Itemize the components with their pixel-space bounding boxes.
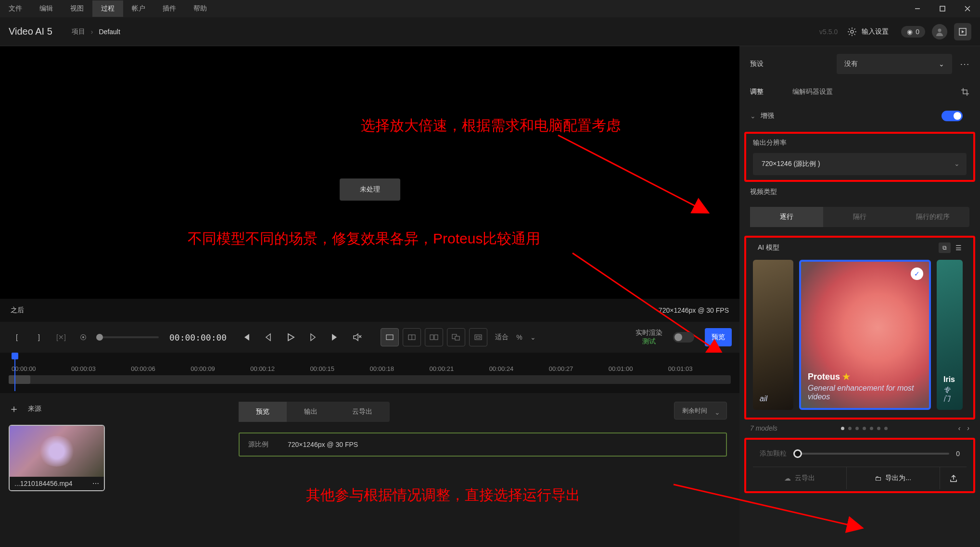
tab-output[interactable]: 输出 — [287, 402, 335, 422]
input-settings-button[interactable]: 输入设置 — [862, 27, 889, 36]
step-forward-button[interactable] — [304, 328, 322, 346]
grain-label: 添加颗粒 — [760, 449, 787, 458]
star-icon: ★ — [842, 372, 850, 382]
menu-edit[interactable]: 编辑 — [31, 0, 62, 17]
realtime-label: 实时渲染 — [636, 329, 662, 337]
list-icon[interactable]: ☰ — [955, 244, 962, 252]
svg-point-5 — [938, 28, 942, 32]
realtime-block: 实时渲染 测试 — [636, 329, 662, 346]
playhead[interactable] — [12, 353, 18, 359]
realtime-test[interactable]: 测试 — [636, 337, 662, 346]
avatar[interactable] — [932, 24, 947, 39]
menu-process[interactable]: 过程 — [92, 0, 123, 17]
output-row[interactable]: 源比例 720×1246px @ 30 FPS — [239, 433, 727, 457]
output-res-value: 720×1246 (源比例 ) — [762, 160, 820, 167]
breadcrumb-project[interactable]: 项目 — [72, 27, 85, 36]
svg-rect-1 — [940, 6, 945, 11]
ai-model-box: AI 模型 ⧉ ☰ ail ✓ Proteus ★ General enhanc… — [744, 236, 975, 420]
export-as-button[interactable]: 🗀 导出为... — [846, 467, 940, 489]
view-single-button[interactable] — [381, 328, 399, 346]
carousel-prev-button[interactable]: ‹ — [958, 424, 961, 432]
model-carousel[interactable]: ail ✓ Proteus ★ General enhancement for … — [753, 253, 967, 413]
tab-codec[interactable]: 编解码器设置 — [792, 82, 833, 102]
zoom-icon[interactable]: ⦿ — [74, 328, 92, 346]
window-close-button[interactable] — [955, 0, 980, 17]
crop-icon[interactable] — [961, 82, 969, 102]
tick: 00:00:09 — [191, 365, 250, 372]
clip-more-icon[interactable]: ⋯ — [92, 480, 99, 487]
model-next-name: Iris — [943, 375, 956, 384]
view-split-button[interactable] — [403, 328, 421, 346]
toolbar: Video AI 5 项目 › Default v5.5.0 输入设置 ◉ 0 — [0, 17, 980, 46]
tab-cloud-export[interactable]: 云导出 — [335, 402, 390, 422]
mark-out-button[interactable]: ] — [30, 328, 48, 346]
transport-bar: [ ] [✕] ⦿ 00:00:00:00 适合 % ⌄ 实时渲染 测试 — [0, 322, 739, 353]
chevron-right-icon: › — [91, 28, 93, 36]
model-card-next[interactable]: Iris 专门 — [937, 260, 963, 410]
tick: 00:00:21 — [430, 365, 489, 372]
output-res-select[interactable]: 720×1246 (源比例 ) ⌄ — [753, 153, 967, 175]
view-sidebyside-button[interactable] — [425, 328, 443, 346]
credits-pill[interactable]: ◉ 0 — [901, 26, 925, 38]
gear-icon[interactable] — [847, 27, 857, 37]
preview-button[interactable]: 预览 — [705, 328, 732, 346]
play-button[interactable] — [281, 328, 300, 346]
menu-view[interactable]: 视图 — [62, 0, 92, 17]
grain-slider[interactable] — [793, 453, 949, 455]
window-maximize-button[interactable] — [930, 0, 955, 17]
preset-more-icon[interactable]: ⋯ — [960, 58, 969, 70]
remaining-time-select[interactable]: 剩余时间 ⌄ — [674, 402, 727, 420]
clear-marks-button[interactable]: [✕] — [52, 328, 70, 346]
timeline[interactable]: 00:00:00 00:00:03 00:00:06 00:00:09 00:0… — [0, 353, 739, 393]
svg-line-8 — [558, 135, 707, 212]
tab-preview[interactable]: 预览 — [239, 402, 287, 422]
svg-rect-16 — [434, 335, 438, 340]
menu-plugins[interactable]: 插件 — [154, 0, 185, 17]
after-bar: 之后 720×1246px @ 30 FPS — [0, 299, 739, 322]
timeline-ticks: 00:00:00 00:00:03 00:00:06 00:00:09 00:0… — [0, 356, 739, 372]
timecode[interactable]: 00:00:00:00 — [163, 332, 233, 343]
video-type-interlaced[interactable]: 隔行 — [823, 207, 896, 227]
video-type-interlaced-prog[interactable]: 隔行的程序 — [896, 207, 969, 227]
goto-end-button[interactable] — [326, 328, 344, 346]
coin-icon: ◉ — [907, 28, 913, 36]
tick: 00:01:00 — [609, 365, 668, 372]
zoom-slider[interactable] — [96, 336, 159, 338]
carousel-next-button[interactable]: › — [967, 424, 969, 432]
model-card-prev[interactable]: ail — [753, 260, 793, 410]
bottom-pane: ＋ 来源 ...1210184456.mp4 ⋯ 预览 输出 云导出 — [0, 393, 739, 547]
svg-rect-12 — [386, 335, 393, 340]
mark-in-button[interactable]: [ — [8, 328, 26, 346]
step-back-button[interactable] — [259, 328, 278, 346]
realtime-toggle[interactable] — [673, 332, 694, 343]
model-card-proteus[interactable]: ✓ Proteus ★ General enhancement for most… — [799, 260, 931, 410]
add-source-button[interactable]: ＋ — [9, 402, 19, 416]
menu-account[interactable]: 帐户 — [123, 0, 154, 17]
video-type-progressive[interactable]: 逐行 — [750, 207, 823, 227]
enhance-toggle[interactable] — [942, 111, 963, 121]
enhance-label: 增强 — [761, 112, 774, 120]
menu-file[interactable]: 文件 — [0, 0, 31, 17]
window-minimize-button[interactable] — [905, 0, 930, 17]
menu-help[interactable]: 帮助 — [185, 0, 216, 17]
compare-icon[interactable]: ⧉ — [939, 242, 951, 253]
preview-resolution: 720×1246px @ 30 FPS — [659, 306, 729, 314]
output-res-label: 输出分辨率 — [753, 139, 967, 147]
export-queue-button[interactable] — [954, 23, 971, 40]
svg-rect-15 — [430, 335, 433, 340]
goto-start-button[interactable] — [237, 328, 255, 346]
tick: 00:00:27 — [549, 365, 609, 372]
timeline-track[interactable] — [9, 375, 731, 384]
view-ab-button[interactable] — [447, 328, 465, 346]
models-count: 7 models — [750, 424, 777, 432]
mute-button[interactable] — [348, 328, 366, 346]
tab-adjust[interactable]: 调整 — [750, 82, 764, 102]
fit-pct[interactable]: % — [516, 333, 522, 341]
preset-select[interactable]: 没有 ⌄ — [837, 54, 952, 74]
share-button[interactable] — [940, 467, 967, 489]
view-fullscreen-button[interactable] — [469, 328, 487, 346]
source-clip[interactable]: ...1210184456.mp4 ⋯ — [9, 425, 105, 491]
chevron-down-icon[interactable]: ⌄ — [530, 333, 536, 341]
enhance-section-head[interactable]: ⌄ 增强 — [739, 102, 980, 130]
svg-marker-7 — [962, 30, 964, 33]
